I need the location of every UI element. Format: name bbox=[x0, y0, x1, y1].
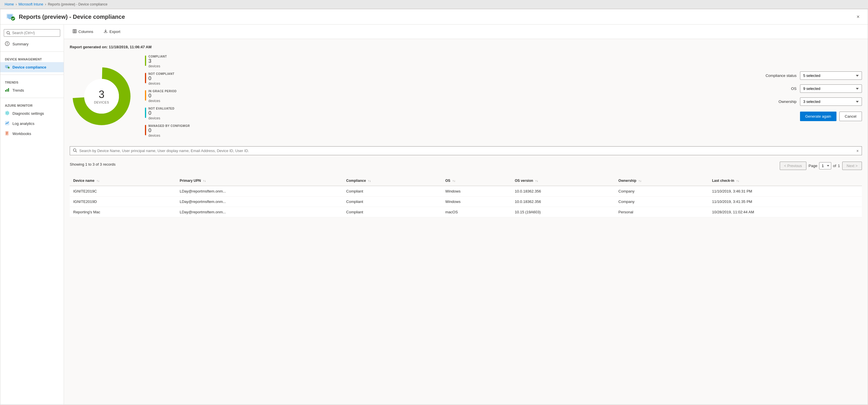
page-label: Page bbox=[809, 164, 817, 168]
col-device-name[interactable]: Device name ↑↓ bbox=[70, 176, 176, 186]
col-last-checkin[interactable]: Last check-in ↑↓ bbox=[709, 176, 862, 186]
os-select[interactable]: 9 selected bbox=[800, 85, 862, 93]
total-pages: 1 bbox=[838, 164, 840, 168]
cell-device-name: IGNITE2019C bbox=[70, 186, 176, 197]
next-button[interactable]: Next > bbox=[842, 162, 862, 170]
table-row[interactable]: IGNITE2019C LDay@reportmsftem.onm... Com… bbox=[70, 186, 862, 197]
col-os-version[interactable]: OS version ↑↓ bbox=[511, 176, 615, 186]
close-button[interactable]: × bbox=[854, 13, 862, 21]
filter-row-os: OS 9 selected bbox=[762, 85, 862, 93]
cell-os: Windows bbox=[442, 186, 511, 197]
search-section: × bbox=[70, 146, 862, 155]
cell-os-version: 10.0.18362.356 bbox=[511, 186, 615, 197]
cancel-button[interactable]: Cancel bbox=[839, 111, 862, 121]
sort-icon-ownership: ↑↓ bbox=[639, 179, 642, 182]
sidebar-item-log-analytics[interactable]: Log analytics bbox=[0, 119, 64, 129]
cell-compliance: Compliant bbox=[343, 186, 442, 197]
table-row[interactable]: Reporting's Mac LDay@reportmsftem.onm...… bbox=[70, 207, 862, 217]
sort-icon-last-checkin: ↑↓ bbox=[736, 179, 739, 182]
cell-os: macOS bbox=[442, 207, 511, 217]
svg-line-27 bbox=[76, 151, 77, 153]
export-label: Export bbox=[110, 30, 120, 34]
records-info: Showing 1 to 3 of 3 records bbox=[70, 162, 116, 167]
summary-icon bbox=[5, 41, 9, 47]
ownership-label: Ownership bbox=[762, 99, 797, 104]
page-header: Reports (preview) - Device compliance × bbox=[0, 9, 868, 25]
filter-row-compliance: Compliance status 5 selected bbox=[762, 71, 862, 80]
cell-last-checkin: 10/28/2019, 11:02:44 AM bbox=[709, 207, 862, 217]
columns-label: Columns bbox=[79, 30, 93, 34]
export-button[interactable]: Export bbox=[101, 28, 123, 36]
cell-primary-upn: LDay@reportmsftem.onm... bbox=[176, 197, 343, 207]
filters-panel: Compliance status 5 selected OS 9 select… bbox=[762, 71, 862, 121]
svg-point-14 bbox=[6, 112, 8, 114]
legend-item-not-evaluated: NOT EVALUATED 0 devices bbox=[145, 107, 203, 120]
generate-again-button[interactable]: Generate again bbox=[800, 111, 836, 121]
book-icon bbox=[5, 131, 9, 136]
sidebar: Summary Device management Device complia… bbox=[0, 25, 64, 404]
svg-rect-2 bbox=[8, 18, 11, 19]
data-table: Device name ↑↓ Primary UPN ↑↓ Compliance… bbox=[70, 176, 862, 217]
col-os[interactable]: OS ↑↓ bbox=[442, 176, 511, 186]
page-select[interactable]: 1 bbox=[819, 162, 831, 169]
columns-button[interactable]: Columns bbox=[70, 28, 96, 36]
sidebar-item-label: Summary bbox=[12, 42, 29, 46]
device-compliance-icon bbox=[5, 64, 9, 70]
legend-item-compliant: COMPLIANT 3 devices bbox=[145, 55, 203, 68]
breadcrumb: Home › Microsoft Intune › Reports (previ… bbox=[0, 0, 868, 9]
chart-section: 3 DEVICES COMPLIANT 3 devices bbox=[70, 55, 862, 138]
table-body: IGNITE2019C LDay@reportmsftem.onm... Com… bbox=[70, 186, 862, 217]
search-clear-button[interactable]: × bbox=[857, 148, 859, 153]
os-label: OS bbox=[762, 87, 797, 91]
col-primary-upn[interactable]: Primary UPN ↑↓ bbox=[176, 176, 343, 186]
cell-os-version: 10.0.18362.356 bbox=[511, 197, 615, 207]
col-ownership[interactable]: Ownership ↑↓ bbox=[615, 176, 709, 186]
search-icon bbox=[73, 148, 77, 153]
sidebar-item-trends[interactable]: Trends bbox=[0, 85, 64, 95]
sidebar-item-diagnostic-settings[interactable]: Diagnostic settings bbox=[0, 108, 64, 119]
export-icon bbox=[103, 29, 107, 34]
cell-os: Windows bbox=[442, 197, 511, 207]
svg-rect-22 bbox=[75, 30, 76, 33]
sidebar-item-label: Workbooks bbox=[12, 132, 31, 136]
breadcrumb-home[interactable]: Home bbox=[5, 2, 14, 6]
previous-button[interactable]: < Previous bbox=[780, 162, 806, 170]
cell-compliance: Compliant bbox=[343, 197, 442, 207]
page-icon bbox=[6, 12, 16, 22]
ownership-select[interactable]: 3 selected bbox=[800, 97, 862, 106]
legend-item-configmgr: MANAGED BY CONFIGMGR 0 devices bbox=[145, 124, 203, 138]
svg-rect-9 bbox=[6, 68, 7, 68]
svg-rect-3 bbox=[9, 19, 11, 20]
sidebar-item-label: Trends bbox=[12, 88, 24, 93]
sidebar-item-summary[interactable]: Summary bbox=[0, 39, 64, 49]
device-search-input[interactable] bbox=[79, 148, 854, 153]
svg-rect-12 bbox=[7, 89, 7, 92]
cell-device-name: Reporting's Mac bbox=[70, 207, 176, 217]
svg-point-7 bbox=[7, 44, 7, 45]
main-content: Columns Export Report generated on: bbox=[64, 25, 868, 404]
legend-item-not-compliant: NOT COMPLIANT 0 devices bbox=[145, 72, 203, 86]
search-input[interactable] bbox=[4, 29, 60, 37]
sidebar-item-workbooks[interactable]: Workbooks bbox=[0, 129, 64, 139]
trends-label: Trends bbox=[0, 77, 64, 85]
sidebar-item-device-compliance[interactable]: Device compliance bbox=[0, 62, 64, 72]
columns-icon bbox=[73, 29, 77, 34]
svg-rect-11 bbox=[5, 90, 6, 92]
cell-ownership: Company bbox=[615, 197, 709, 207]
compliance-status-select[interactable]: 5 selected bbox=[800, 71, 862, 80]
cell-device-name: IGNITE2019D bbox=[70, 197, 176, 207]
sort-icon-os: ↑↓ bbox=[453, 179, 456, 182]
filter-row-ownership: Ownership 3 selected bbox=[762, 97, 862, 106]
cell-primary-upn: LDay@reportmsftem.onm... bbox=[176, 207, 343, 217]
table-row[interactable]: IGNITE2019D LDay@reportmsftem.onm... Com… bbox=[70, 197, 862, 207]
svg-rect-21 bbox=[74, 30, 75, 33]
sort-icon-device-name: ↑↓ bbox=[97, 179, 99, 182]
col-compliance[interactable]: Compliance ↑↓ bbox=[343, 176, 442, 186]
table-header-row: Device name ↑↓ Primary UPN ↑↓ Compliance… bbox=[70, 176, 862, 186]
sort-icon-compliance: ↑↓ bbox=[368, 179, 371, 182]
breadcrumb-intune[interactable]: Microsoft Intune bbox=[19, 2, 43, 6]
page-title: Reports (preview) - Device compliance bbox=[19, 13, 125, 20]
cell-compliance: Compliant bbox=[343, 207, 442, 217]
sidebar-item-label: Device compliance bbox=[12, 65, 46, 69]
cell-last-checkin: 11/10/2019, 3:41:35 PM bbox=[709, 197, 862, 207]
